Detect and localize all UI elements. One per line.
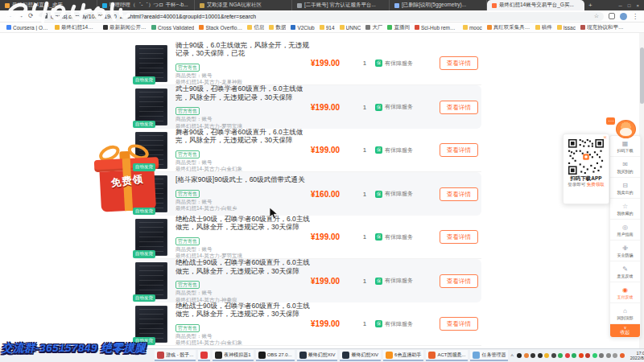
tray-icon[interactable] [538, 353, 543, 358]
taskbar-button[interactable]: 最终幻想XIV [297, 350, 338, 361]
scrollbar-thumb[interactable] [640, 47, 644, 104]
listing-title[interactable]: 武士90级，召唤学者60级直升，6.0主线做完，风脉全开，无违规记录，30天保障 [175, 84, 311, 101]
tray-icon[interactable] [544, 353, 549, 358]
view-details-button[interactable]: 查看详情 [440, 230, 478, 244]
sidebar-item-feedback[interactable]: ✎意见反馈 [610, 261, 640, 282]
bookmark-item[interactable]: 大厂 [365, 24, 382, 31]
listing-row: 自动发货骑士90级，6.0主线做完，风脉全开，无违规记录，30天保障，已花官方寄… [135, 42, 481, 85]
bookmark-item[interactable]: UNNC [340, 25, 361, 31]
mascot-icon[interactable] [616, 120, 636, 138]
back-icon[interactable]: ← [6, 13, 12, 19]
view-details-button[interactable]: 查看详情 [440, 56, 478, 70]
tray-icon[interactable] [613, 353, 617, 358]
url-text[interactable]: gmmsj.com/dy/100001900_zh.shtml?areaId=4… [51, 14, 256, 19]
sidebar-item-my-favorites[interactable]: ☆我收藏的 [610, 199, 640, 220]
browser-tab[interactable]: [二手账号] 官方认证服务平台... [292, 0, 390, 10]
forward-icon[interactable]: → [17, 13, 23, 19]
taskbar-button[interactable]: OBS 27.0... [256, 350, 295, 361]
bookmark-item[interactable]: 信息 [247, 24, 264, 31]
tray-icon[interactable] [530, 353, 535, 358]
taskbar-button[interactable]: 游戏 - 骰子... [155, 350, 196, 361]
tray-icon[interactable] [592, 353, 597, 358]
listing-title[interactable]: 舞者90级，召唤学者60级直升，6.0主线做完，风脉全开，无违规记录，30天保障 [175, 128, 311, 145]
tray-icon[interactable] [585, 353, 590, 358]
bookmark-item[interactable]: V2Club [291, 25, 314, 31]
listing-title[interactable]: 骑士90级，6.0主线做完，风脉全开，无违规记录，30天保障，已花 [175, 41, 311, 58]
reload-icon[interactable]: ⟳ [28, 13, 34, 19]
new-tab-button[interactable]: + [584, 0, 597, 10]
sidebar-collapse-button[interactable]: ∨收起 [610, 324, 640, 337]
sidebar-item-back-to-top[interactable]: ⌂回到顶部 [610, 303, 640, 324]
bookmark-item[interactable]: Cross Validated [151, 25, 194, 31]
browser-tab[interactable]: 最终幻想14账号交易平台_G买... [487, 0, 584, 10]
view-details-button[interactable]: 查看详情 [440, 187, 478, 201]
bookmark-item[interactable]: 稿件 [535, 24, 552, 31]
address-bar[interactable]: gmmsj.com/dy/100001900_zh.shtml?areaId=4… [39, 12, 604, 21]
bookmark-item[interactable]: 直播间 [387, 24, 410, 31]
tray-icon[interactable] [558, 353, 563, 358]
view-details-button[interactable]: 查看详情 [440, 317, 478, 331]
sidebar-item-anti-fraud[interactable]: ✙安全防骗 [610, 241, 640, 261]
bookmark-item[interactable]: 真红双采集具表4... [487, 24, 530, 31]
listing-price: ¥199.00 [311, 103, 354, 112]
profile-avatar[interactable] [620, 13, 627, 20]
listing-title[interactable]: 绝枪战士90级，召唤学者60级直升，6.0主线做完，风脉全开，无违规记录，30天… [175, 302, 311, 319]
sidebar-item-payment-feedback[interactable]: ◉支付反馈 [610, 282, 640, 303]
bookmark-item[interactable]: Stack Overflow -... [199, 25, 242, 31]
listing-title[interactable]: 绝枪战士90级，召唤学者60级直升，6.0主线做完，风脉全开，无违规记录，30天… [175, 258, 311, 275]
view-details-button[interactable]: 查看详情 [440, 274, 478, 288]
sidebar-item-qr-download[interactable]: ▦扫码下载 [610, 136, 640, 157]
browser-tab[interactable]: 哔哩哔哩（゜-゜）つロ 干杯~-b... [97, 0, 195, 10]
bookmark-star-icon[interactable]: ☆ [594, 13, 599, 19]
bookmark-item[interactable]: 最终幻想14直播_虎... [55, 24, 98, 31]
tray-icon[interactable] [620, 353, 625, 358]
browser-tab[interactable]: 最终幻想14直播_虎牙 [0, 0, 97, 10]
extensions-icon[interactable] [609, 13, 615, 19]
bookmark-item[interactable]: Issac [557, 25, 576, 31]
taskbar-button[interactable] [198, 350, 210, 361]
listing-thumbnail[interactable]: 自动发货 [135, 88, 167, 125]
minimize-button[interactable]: ─ [619, 3, 622, 8]
tray-icon[interactable] [517, 353, 522, 358]
browser-tab[interactable]: 艾欧泽亚 NGA玩家社区 [195, 0, 292, 10]
taskbar-button[interactable]: 6色直播助手 [383, 350, 423, 361]
view-details-button[interactable]: 查看详情 [440, 101, 478, 114]
taskbar-button[interactable]: 最终幻想XIV [340, 350, 381, 361]
listing-thumbnail[interactable]: 自动发货 [135, 306, 167, 343]
sidebar-item-my-purchases[interactable]: ✉我买到的 [610, 157, 640, 178]
bookmark-item[interactable]: 最新新闻公开课... [103, 24, 147, 31]
tray-icon[interactable] [599, 353, 604, 358]
tray-icon[interactable] [606, 353, 611, 358]
tray-icon[interactable] [579, 353, 584, 358]
close-icon[interactable]: × [603, 134, 607, 141]
bookmark-item[interactable]: 914 [320, 25, 335, 31]
listing-title[interactable]: [格斗家90级]90级武士，60级武僧带式通关 [175, 175, 311, 184]
gift-box-banner[interactable]: 免费领 [92, 141, 163, 216]
tray-icon[interactable] [565, 353, 570, 358]
taskbar-button[interactable]: 夜神模拟器1 [213, 350, 253, 361]
bookmark-item[interactable]: 现充协议和平台... [580, 24, 624, 31]
tray-expand-icon[interactable]: ^ [510, 353, 513, 359]
chat-bubble-icon[interactable] [606, 117, 615, 125]
sidebar-item-user-guide[interactable]: ◎用户指南 [610, 220, 640, 241]
view-details-button[interactable]: 查看详情 [440, 143, 478, 157]
bookmark-item[interactable]: Coursera | Online... [6, 25, 50, 31]
bookmark-item[interactable]: 数据 [269, 24, 286, 31]
taskbar-button[interactable]: 任务管理器 [470, 350, 508, 361]
browser-menu-icon[interactable]: ⋮ [632, 13, 638, 20]
taskbar-clock[interactable]: 17:04 2022/8/6 [630, 351, 644, 361]
maximize-button[interactable]: □ [628, 3, 631, 8]
bookmark-item[interactable]: Sci-Hub removin... [415, 25, 458, 31]
tray-icon[interactable] [572, 353, 576, 358]
listing-title[interactable]: 绝枪战士90级，召唤学者60级直升，6.0主线做完，风脉全开，无违规记录，30天… [175, 215, 311, 232]
sidebar-item-my-sales[interactable]: ⊟我卖出的 [610, 178, 640, 199]
listing-thumbnail[interactable]: 自动发货 [135, 262, 167, 299]
close-button[interactable]: × [636, 3, 639, 8]
taskbar-button[interactable]: ACT国服悬... [426, 350, 468, 361]
tray-icon[interactable] [551, 353, 556, 358]
tray-icon[interactable] [524, 353, 529, 358]
browser-tab[interactable]: [已删除]说明(5ggeometry)... [390, 0, 487, 10]
listing-thumbnail[interactable]: 自动发货 [135, 45, 167, 82]
bookmark-item[interactable]: mooc [463, 25, 482, 31]
listing-thumbnail[interactable]: 自动发货 [135, 219, 167, 256]
